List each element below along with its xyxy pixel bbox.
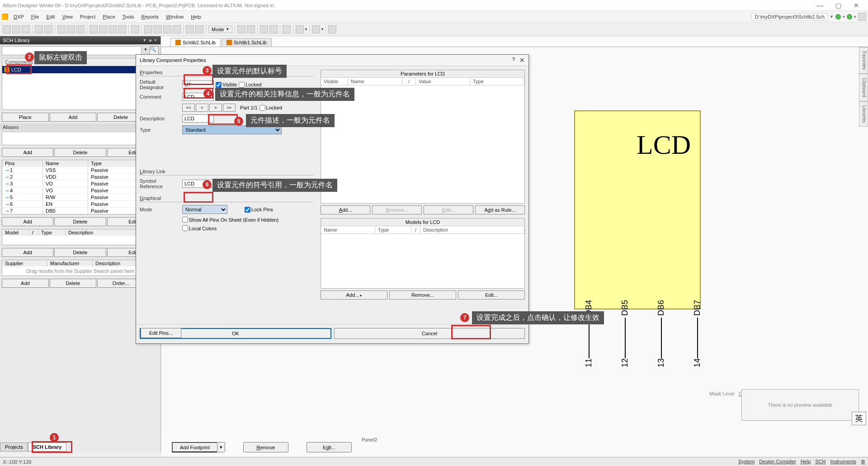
tool-zoomin-icon[interactable] xyxy=(67,25,75,33)
tab-sch-library[interactable]: SCH Library xyxy=(28,442,67,452)
pin-add-button[interactable]: Add xyxy=(2,217,53,226)
path-dropdown-icon[interactable]: ▼ xyxy=(830,14,834,19)
pin-row[interactable]: ⊸ 6ENPassive xyxy=(2,200,158,207)
menu-help[interactable]: Help xyxy=(187,14,205,19)
tool-mirror-icon[interactable] xyxy=(269,25,278,33)
tool-zoomout-icon[interactable] xyxy=(76,25,85,33)
tool-plus-icon[interactable] xyxy=(237,25,245,33)
edit-footprint-button[interactable]: Edit... xyxy=(307,442,352,452)
close-button[interactable]: ✕ xyxy=(847,2,865,9)
model-add-button[interactable]: Add... xyxy=(321,290,387,300)
pin-row[interactable]: ⊸ 7DB0Passive xyxy=(2,207,158,214)
tool-copy-icon[interactable] xyxy=(99,25,107,33)
designator-locked-checkbox[interactable]: Locked xyxy=(239,82,261,88)
pin-delete-button[interactable]: Delete xyxy=(54,217,106,226)
ime-indicator[interactable]: 英 xyxy=(852,412,866,425)
part-next-button[interactable]: > xyxy=(209,104,222,112)
model-remove-button[interactable]: Remove... xyxy=(389,290,456,300)
tool-grid-icon[interactable] xyxy=(312,25,320,33)
menu-window[interactable]: Window xyxy=(162,14,187,19)
tool-preview-icon[interactable] xyxy=(44,25,52,33)
menu-place[interactable]: Place xyxy=(99,14,119,19)
part-first-button[interactable]: << xyxy=(182,104,195,112)
dialog-close-icon[interactable]: ✕ xyxy=(519,57,525,64)
dialog-titlebar[interactable]: Library Component Properties ? ✕ xyxy=(136,55,528,66)
tool-clipboard-icon[interactable] xyxy=(118,25,126,33)
menu-tools[interactable]: Tools xyxy=(119,14,138,19)
status-sch[interactable]: SCH xyxy=(815,459,826,465)
doctab-schlib1[interactable]: Schlib1.SchLib xyxy=(222,38,272,47)
alias-delete-button[interactable]: Delete xyxy=(54,148,106,157)
param-add-rule-button[interactable]: Add as Rule... xyxy=(475,205,525,214)
pin-row[interactable]: ⊸ 2VDDPassive xyxy=(2,173,158,180)
home-icon[interactable] xyxy=(858,13,866,21)
tool-undo-icon[interactable] xyxy=(186,25,194,33)
search-button[interactable]: 🔍 xyxy=(150,46,159,55)
vtab-favorites[interactable]: Favorites xyxy=(859,47,868,74)
tool-drag-icon[interactable] xyxy=(154,25,162,33)
tool-redo-icon[interactable] xyxy=(195,25,203,33)
status-design-compiler[interactable]: Design Compiler xyxy=(759,459,796,465)
pin-row[interactable]: ⊸ 3VOPassive xyxy=(2,180,158,187)
place-button[interactable]: Place xyxy=(2,113,49,122)
vtab-clipboard[interactable]: Clipboard xyxy=(859,74,868,101)
add-footprint-button[interactable]: Add Footprint xyxy=(172,442,217,452)
mode-dropdown[interactable]: Mode ▼ xyxy=(208,26,232,33)
status-instruments[interactable]: Instruments xyxy=(830,459,856,465)
add-footprint-dropdown[interactable]: ▾ xyxy=(217,442,225,452)
model-add-button[interactable]: Add xyxy=(2,248,53,257)
menu-project[interactable]: Project xyxy=(76,14,99,19)
tool-line-icon[interactable] xyxy=(296,25,304,33)
status-help[interactable]: Help xyxy=(801,459,811,465)
tool-flip-icon[interactable] xyxy=(260,25,268,33)
pin-row[interactable]: ⊸ 5R/WPassive xyxy=(2,194,158,200)
tool-place-icon[interactable] xyxy=(283,25,291,33)
path-combo[interactable]: D:\myDXP\project3\Schlib2.Sch xyxy=(751,13,828,20)
part-locked-checkbox[interactable]: Locked xyxy=(259,105,282,111)
alias-add-button[interactable]: Add xyxy=(2,148,53,157)
mode-select[interactable]: Normal xyxy=(182,205,227,214)
description-input[interactable] xyxy=(182,114,214,123)
menu-dxp[interactable]: DXP xyxy=(10,14,28,19)
tool-print-icon[interactable] xyxy=(35,25,43,33)
panel-pin-icon[interactable]: ◈ xyxy=(148,38,152,43)
tool-open-icon[interactable] xyxy=(12,25,20,33)
minimize-button[interactable]: — xyxy=(811,2,829,9)
status-gear-icon[interactable]: ⚙ xyxy=(861,459,865,465)
lock-pins-checkbox[interactable]: Lock Pins xyxy=(245,207,273,213)
part-prev-button[interactable]: < xyxy=(196,104,208,112)
param-add-button[interactable]: Add... xyxy=(321,205,370,214)
local-colors-checkbox[interactable]: Local Colors xyxy=(182,225,217,231)
doctab-schlib2[interactable]: Schlib2.SchLib xyxy=(170,38,221,47)
panel-dropdown-icon[interactable]: ▼ xyxy=(142,38,147,43)
tool-new-icon[interactable] xyxy=(3,25,11,33)
model-delete-button[interactable]: Delete xyxy=(54,248,106,257)
edit-pins-button[interactable]: Edit Pins... xyxy=(141,328,181,338)
model-grid[interactable]: Model / Type Description xyxy=(2,229,159,245)
supplier-grid[interactable]: Supplier Manufacturer Description Drag r… xyxy=(2,260,159,276)
tool-save-icon[interactable] xyxy=(22,25,30,33)
tool-clear-icon[interactable] xyxy=(173,25,181,33)
menu-reports[interactable]: Reports xyxy=(138,14,163,19)
tool-cut-icon[interactable] xyxy=(90,25,98,33)
tool-zoom-icon[interactable] xyxy=(57,25,66,33)
pins-grid[interactable]: Pins Name Type ⊸ 1VSSPassive⊸ 2VDDPassiv… xyxy=(2,160,159,214)
tool-paste-icon[interactable] xyxy=(108,25,117,33)
component-row-lcd[interactable]: LCD xyxy=(2,66,158,73)
tool-select-icon[interactable] xyxy=(131,25,139,33)
part-last-button[interactable]: >> xyxy=(223,104,236,112)
status-system[interactable]: System xyxy=(738,459,755,465)
menu-file[interactable]: File xyxy=(28,14,43,19)
tool-deselect-icon[interactable] xyxy=(163,25,171,33)
pin-row[interactable]: ⊸ 1VSSPassive xyxy=(2,166,158,173)
add-button[interactable]: Add xyxy=(50,113,97,122)
vtab-libraries[interactable]: Libraries xyxy=(859,101,868,127)
model-edit-button[interactable]: Edit... xyxy=(458,290,525,300)
maximize-button[interactable]: ▢ xyxy=(829,2,847,9)
cancel-button[interactable]: Cancel xyxy=(334,328,525,339)
models-table[interactable]: Models for LCD Name Type / Description xyxy=(321,218,525,289)
supplier-add-button[interactable]: Add xyxy=(2,279,49,288)
remove-footprint-button[interactable]: Remove xyxy=(243,442,288,452)
show-all-pins-checkbox[interactable]: Show All Pins On Sheet (Even if Hidden) xyxy=(182,217,278,223)
pin-row[interactable]: ⊸ 4VOPassive xyxy=(2,187,158,194)
